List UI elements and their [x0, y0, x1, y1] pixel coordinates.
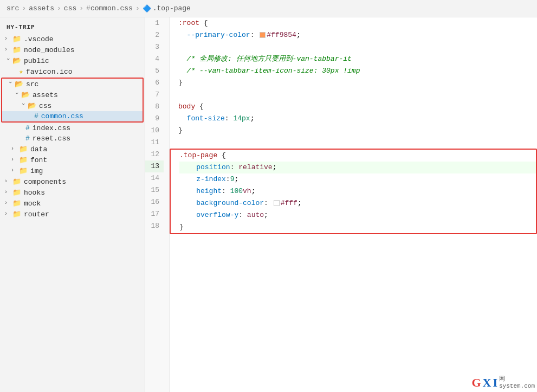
code-line-9: font-size: 14px; [178, 113, 537, 125]
folder-icon: 📁 [12, 46, 21, 54]
sidebar-item-label: font [30, 156, 47, 164]
sidebar-item-label: src [26, 80, 38, 88]
sidebar-item-label: node_modules [24, 46, 75, 54]
folder-open-icon: 📂 [28, 101, 36, 110]
sidebar-item-label: components [24, 178, 66, 186]
code-area: 1 2 3 4 5 6 7 8 9 10 11 12 13 14 15 16 1… [145, 17, 537, 392]
sidebar-item-label: assets [33, 91, 58, 99]
sidebar-item-label: reset.css [33, 134, 70, 143]
sidebar-item-img[interactable]: › 📁 img [0, 165, 145, 176]
hash-icon: # [25, 124, 30, 132]
sidebar-item-common-css[interactable]: # common.css [2, 111, 143, 121]
line-num-8: 8 [145, 101, 164, 113]
editor-highlight-region: .top-page { position: relative; z-index:… [170, 149, 537, 234]
code-line-2: --primary-color: #ff9854; [178, 29, 537, 41]
sidebar-item-label: img [30, 167, 43, 175]
folder-icon: 📁 [12, 188, 21, 197]
sidebar-item-assets[interactable]: › 📂 assets [2, 89, 143, 100]
sidebar-item-label: common.css [41, 112, 83, 120]
sidebar-item-label: .vscode [24, 35, 54, 43]
sidebar-item-font[interactable]: › 📁 font [0, 155, 145, 165]
sidebar-item-index-css[interactable]: # index.css [0, 123, 145, 133]
line-num-5: 5 [145, 65, 164, 77]
sidebar-item-public[interactable]: › 📂 public [0, 55, 145, 66]
watermark-i-icon: I [493, 376, 497, 390]
line-num-3: 3 [145, 41, 164, 53]
main-layout: HY-TRIP › 📁 .vscode › 📁 node_modules › 📂… [0, 17, 537, 392]
code-line-10: } [178, 125, 537, 137]
chevron-right-icon: › [4, 178, 11, 185]
line-num-11: 11 [145, 137, 164, 149]
line-num-1: 1 [145, 17, 164, 29]
line-num-4: 4 [145, 53, 164, 65]
code-line-16: background-color: #fff; [179, 197, 536, 209]
sidebar-item-mock[interactable]: › 📁 mock [0, 198, 145, 209]
line-num-10: 10 [145, 125, 164, 137]
line-num-12: 12 [145, 149, 164, 160]
line-num-18: 18 [145, 220, 164, 232]
sidebar: HY-TRIP › 📁 .vscode › 📁 node_modules › 📂… [0, 17, 145, 392]
breadcrumb-sep-1: › [22, 4, 26, 12]
chevron-down-icon: › [7, 81, 13, 87]
breadcrumb-sep-3: › [79, 4, 83, 12]
code-line-12: .top-page { [179, 150, 536, 162]
code-line-17: overflow-y: auto; [179, 209, 536, 221]
line-num-2: 2 [145, 29, 164, 41]
sidebar-title: HY-TRIP [0, 20, 145, 34]
folder-open-icon: 📂 [21, 91, 30, 99]
line-num-6: 6 [145, 77, 164, 89]
folder-icon: 📁 [19, 145, 28, 153]
sidebar-item-router[interactable]: › 📁 router [0, 209, 145, 220]
code-line-3 [178, 41, 537, 53]
breadcrumb-assets[interactable]: assets [29, 4, 54, 12]
chevron-down-icon: › [20, 102, 26, 109]
chevron-right-icon: › [11, 157, 17, 163]
breadcrumb-class-icon: 🔷 [143, 4, 151, 13]
chevron-right-icon: › [11, 168, 17, 174]
code-line-13: position: relative; [179, 162, 536, 173]
line-num-14: 14 [145, 172, 164, 184]
breadcrumb-bar: src › assets › css › # common.css › 🔷 .t… [0, 0, 537, 17]
sidebar-item-vscode[interactable]: › 📁 .vscode [0, 34, 145, 44]
folder-icon: 📁 [12, 199, 21, 208]
folder-icon: 📁 [12, 35, 21, 43]
breadcrumb-file[interactable]: common.css [90, 4, 133, 12]
sidebar-item-css[interactable]: › 📂 css [2, 100, 143, 111]
breadcrumb-class: .top-page [153, 4, 191, 12]
code-line-6: } [178, 77, 537, 89]
sidebar-item-label: public [24, 57, 49, 65]
breadcrumb-sep-4: › [135, 4, 140, 12]
code-line-11 [178, 137, 537, 149]
sidebar-item-node-modules[interactable]: › 📁 node_modules [0, 44, 145, 55]
editor-area: 1 2 3 4 5 6 7 8 9 10 11 12 13 14 15 16 1… [145, 17, 537, 392]
watermark-g-icon: G [471, 376, 481, 390]
chevron-right-icon: › [4, 200, 11, 207]
sidebar-item-hooks[interactable]: › 📁 hooks [0, 187, 145, 198]
sidebar-item-reset-css[interactable]: # reset.css [0, 133, 145, 144]
breadcrumb-src[interactable]: src [7, 4, 19, 12]
folder-icon: 📁 [12, 210, 21, 219]
folder-icon: 📁 [12, 177, 21, 186]
code-line-15: height: 100vh; [179, 185, 536, 197]
chevron-down-icon: › [13, 92, 20, 98]
sidebar-item-components[interactable]: › 📁 components [0, 176, 145, 187]
sidebar-item-label: data [30, 145, 47, 153]
sidebar-item-label: router [24, 210, 49, 219]
color-swatch-white [274, 200, 280, 206]
sidebar-item-data[interactable]: › 📁 data [0, 144, 145, 155]
chevron-right-icon: › [4, 36, 11, 42]
code-line-8: body { [178, 101, 537, 113]
line-num-17: 17 [145, 208, 164, 220]
breadcrumb-css[interactable]: css [64, 4, 76, 12]
watermark-text: 网system.com [499, 376, 535, 390]
code-line-18: } [179, 221, 536, 233]
breadcrumb-hash: # [86, 4, 90, 12]
code-line-14: z-index:9; [179, 173, 536, 185]
star-icon: ★ [19, 67, 23, 76]
watermark: G X I 网system.com [471, 376, 535, 390]
sidebar-item-src[interactable]: › 📂 src [2, 79, 143, 89]
code-content: :root { --primary-color: #ff9854; /* 全局修… [170, 17, 537, 392]
sidebar-item-favicon[interactable]: ★ favicon.ico [0, 66, 145, 77]
folder-open-icon: 📂 [12, 56, 21, 65]
line-num-16: 16 [145, 196, 164, 208]
